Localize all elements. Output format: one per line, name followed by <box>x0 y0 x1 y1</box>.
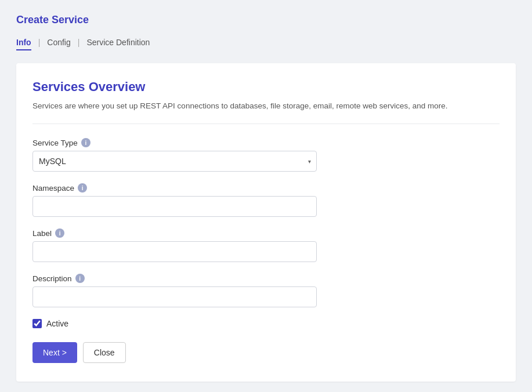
tabs-bar: Info | Config | Service Definition <box>16 35 516 49</box>
tab-service-definition[interactable]: Service Definition <box>86 35 150 49</box>
namespace-info-icon[interactable]: i <box>78 183 87 193</box>
service-type-label: Service Type i <box>32 138 500 147</box>
close-button[interactable]: Close <box>83 342 126 363</box>
label-input[interactable] <box>32 241 317 262</box>
tab-info[interactable]: Info <box>16 35 31 49</box>
tab-separator-2: | <box>78 38 80 47</box>
next-button[interactable]: Next > <box>32 342 77 363</box>
service-type-group: Service Type i MySQL PostgreSQL SQLite O… <box>32 138 500 172</box>
namespace-group: Namespace i <box>32 183 500 217</box>
label-label: Label i <box>32 228 500 238</box>
label-info-icon[interactable]: i <box>55 228 64 238</box>
active-checkbox[interactable] <box>32 319 42 328</box>
description-label: Description i <box>32 274 500 283</box>
divider <box>32 124 500 124</box>
description-info-icon[interactable]: i <box>75 274 85 283</box>
description-input[interactable] <box>32 286 317 307</box>
section-description: Services are where you set up REST API c… <box>32 100 500 112</box>
namespace-input[interactable] <box>32 196 317 217</box>
page-container: Create Service Info | Config | Service D… <box>0 0 532 392</box>
page-title: Create Service <box>16 14 516 26</box>
active-group: Active <box>32 319 500 328</box>
service-type-info-icon[interactable]: i <box>81 138 91 147</box>
service-type-select[interactable]: MySQL PostgreSQL SQLite Oracle MSSQL <box>32 151 317 172</box>
button-group: Next > Close <box>32 342 500 363</box>
service-type-select-wrapper: MySQL PostgreSQL SQLite Oracle MSSQL ▾ <box>32 151 317 172</box>
tab-separator-1: | <box>38 38 41 47</box>
main-card: Services Overview Services are where you… <box>16 63 516 382</box>
section-title: Services Overview <box>32 79 500 95</box>
namespace-label: Namespace i <box>32 183 500 193</box>
active-label[interactable]: Active <box>46 319 68 328</box>
tab-config[interactable]: Config <box>47 35 70 49</box>
description-group: Description i <box>32 274 500 307</box>
label-group: Label i <box>32 228 500 262</box>
